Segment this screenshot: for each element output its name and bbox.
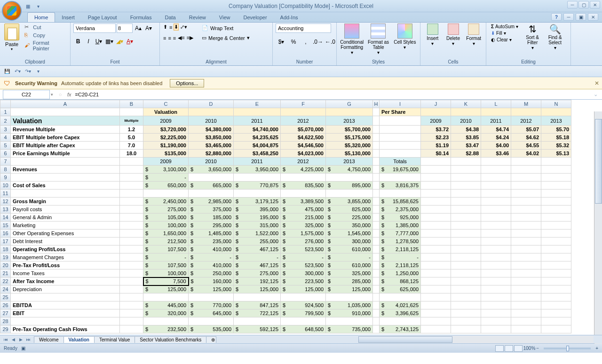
tab-page-layout[interactable]: Page Layout xyxy=(81,13,124,22)
tab-developer[interactable]: Developer xyxy=(237,13,273,22)
tab-view[interactable]: View xyxy=(213,13,237,22)
percent-button[interactable]: % xyxy=(288,37,299,47)
tab-nav-first[interactable]: ⏮ xyxy=(2,336,9,343)
formula-input[interactable] xyxy=(73,90,594,99)
col-header-L[interactable]: L xyxy=(481,100,511,108)
expand-formula-bar[interactable]: ⌵ xyxy=(594,92,602,97)
security-close-button[interactable]: ✕ xyxy=(594,80,599,87)
tab-home[interactable]: Home xyxy=(27,12,55,22)
col-header-C[interactable]: C xyxy=(143,100,189,108)
decrease-decimal[interactable]: ←.0 xyxy=(325,37,336,47)
tab-data[interactable]: Data xyxy=(158,13,182,22)
orientation-button[interactable]: ⤢▾ xyxy=(180,24,188,31)
zoom-thumb[interactable] xyxy=(566,346,569,351)
sort-filter-button[interactable]: ⇅Sort & Filter▾ xyxy=(522,24,543,50)
col-header-E[interactable]: E xyxy=(234,100,281,108)
vertical-scrollbar[interactable] xyxy=(594,111,602,344)
paste-button[interactable]: Paste ▾ xyxy=(3,24,21,51)
vscroll-thumb[interactable] xyxy=(595,119,602,204)
copy-button[interactable]: ⎘Copy xyxy=(23,32,67,39)
merge-center-button[interactable]: ▭Merge & Center▾ xyxy=(198,33,253,42)
horizontal-scrollbar[interactable] xyxy=(358,336,594,343)
hscroll-thumb[interactable] xyxy=(358,336,452,343)
col-header-K[interactable]: K xyxy=(451,100,481,108)
qat-dropdown[interactable]: ▾ xyxy=(34,2,42,10)
delete-button[interactable]: Delete▾ xyxy=(444,24,463,46)
fx-label[interactable]: fx xyxy=(67,92,71,97)
insert-button[interactable]: Insert▾ xyxy=(423,24,442,46)
align-bottom[interactable]: ⬇ xyxy=(174,24,179,31)
tab-nav-prev[interactable]: ◀ xyxy=(9,336,17,343)
select-all-corner[interactable] xyxy=(0,100,11,108)
zoom-in[interactable]: + xyxy=(595,346,598,351)
view-normal[interactable] xyxy=(495,345,504,352)
macro-icon[interactable]: ▣ xyxy=(21,346,25,351)
format-painter-button[interactable]: 🖌Format Painter xyxy=(23,40,67,52)
new-sheet-button[interactable]: ⊕ xyxy=(206,336,216,343)
col-header-B[interactable]: B xyxy=(120,100,143,108)
tab-addins[interactable]: Add-Ins xyxy=(274,13,305,22)
fill-color-button[interactable]: ◢▾ xyxy=(115,37,124,46)
col-header-G[interactable]: G xyxy=(326,100,373,108)
doc-restore[interactable]: ▣ xyxy=(576,13,586,21)
redo-button[interactable]: ↷▾ xyxy=(24,67,32,76)
cell-styles-button[interactable]: Cell Styles▾ xyxy=(393,24,417,50)
cancel-formula[interactable]: ○ xyxy=(56,90,64,99)
sheet-tab-welcome[interactable]: Welcome xyxy=(34,336,64,343)
help-button[interactable]: ? xyxy=(551,13,562,21)
doc-minimize[interactable]: ─ xyxy=(563,13,574,21)
number-format-select[interactable] xyxy=(276,24,331,33)
name-box[interactable] xyxy=(3,90,50,99)
grow-font-button[interactable]: A▴ xyxy=(134,24,143,33)
col-header-M[interactable]: M xyxy=(511,100,541,108)
sheet-tab-valuation[interactable]: Valuation xyxy=(63,336,95,343)
increase-decimal[interactable]: .0→ xyxy=(312,37,324,47)
comma-button[interactable]: , xyxy=(300,37,311,47)
increase-indent[interactable]: ≡▶ xyxy=(186,34,194,41)
minimize-button[interactable]: ─ xyxy=(567,1,578,8)
font-name-select[interactable] xyxy=(73,24,116,33)
col-header-D[interactable]: D xyxy=(189,100,234,108)
currency-button[interactable]: $▾ xyxy=(276,37,287,47)
zoom-level[interactable]: 100% xyxy=(523,346,536,351)
cut-button[interactable]: ✂Cut xyxy=(23,24,67,31)
conditional-formatting-button[interactable]: Conditional Formatting▾ xyxy=(340,24,364,55)
view-page-layout[interactable] xyxy=(505,345,513,352)
view-page-break[interactable] xyxy=(514,345,523,352)
tab-formulas[interactable]: Formulas xyxy=(124,13,158,22)
decrease-indent[interactable]: ◀≡ xyxy=(177,34,185,41)
col-header-F[interactable]: F xyxy=(281,100,326,108)
format-button[interactable]: Format▾ xyxy=(464,24,483,46)
col-header-I[interactable]: I xyxy=(380,100,421,108)
sheet-tab-sector[interactable]: Sector Valuation Benchmarks xyxy=(135,336,206,343)
tab-review[interactable]: Review xyxy=(182,13,213,22)
bold-button[interactable]: B xyxy=(73,37,83,46)
col-header-J[interactable]: J xyxy=(421,100,451,108)
zoom-slider[interactable] xyxy=(544,348,591,349)
maximize-button[interactable]: ▢ xyxy=(578,1,589,8)
save-button[interactable]: 💾 xyxy=(3,67,11,76)
font-size-select[interactable] xyxy=(117,24,133,33)
col-header-H[interactable]: H xyxy=(373,100,380,108)
underline-button[interactable]: U▾ xyxy=(94,37,103,46)
italic-button[interactable]: I xyxy=(84,37,93,46)
col-header-A[interactable]: A xyxy=(11,100,120,108)
tab-nav-next[interactable]: ▶ xyxy=(17,336,24,343)
shrink-font-button[interactable]: A▾ xyxy=(144,24,153,33)
format-as-table-button[interactable]: Format as Table▾ xyxy=(366,24,390,55)
office-button[interactable] xyxy=(2,1,22,21)
col-header-N[interactable]: N xyxy=(541,100,571,108)
align-center[interactable]: ≡ xyxy=(167,35,171,41)
align-right[interactable]: ≡ xyxy=(173,35,176,41)
zoom-out[interactable]: − xyxy=(536,346,539,351)
autosum-button[interactable]: Σ AutoSum▾ xyxy=(489,24,520,30)
border-button[interactable]: ▦▾ xyxy=(104,37,114,46)
close-button[interactable]: ✕ xyxy=(590,1,600,8)
align-top[interactable]: ⬆ xyxy=(163,24,168,31)
wrap-text-button[interactable]: 📄Wrap Text xyxy=(198,24,253,32)
tab-insert[interactable]: Insert xyxy=(55,13,81,22)
undo-button[interactable]: ↶▾ xyxy=(13,67,22,76)
align-middle[interactable]: ≡ xyxy=(169,24,173,31)
qat-customize[interactable]: ▾ xyxy=(34,67,42,76)
sheet-tab-terminal[interactable]: Terminal Value xyxy=(94,336,135,343)
